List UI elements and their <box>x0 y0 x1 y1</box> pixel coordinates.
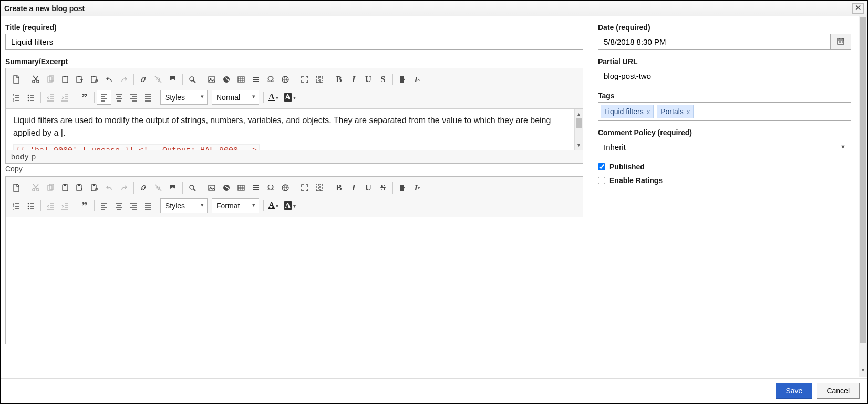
underline-icon[interactable]: U <box>361 180 376 195</box>
source-icon[interactable] <box>9 72 24 87</box>
tags-input[interactable]: Liquid filtersx Portalsx <box>598 102 851 121</box>
summary-elements-path[interactable]: body p <box>6 150 583 163</box>
outdent-icon[interactable] <box>43 198 58 213</box>
format-select[interactable]: Normal <box>212 90 259 105</box>
table-icon[interactable] <box>234 72 249 87</box>
bold-icon[interactable]: B <box>332 72 346 87</box>
partial-url-input[interactable] <box>598 68 851 84</box>
paste-text-icon[interactable]: T <box>73 72 87 87</box>
bold-icon[interactable]: B <box>332 180 346 195</box>
align-right-icon[interactable] <box>126 90 141 105</box>
image-icon[interactable] <box>204 72 219 87</box>
tag-remove-icon[interactable]: x <box>687 108 690 116</box>
date-input[interactable] <box>598 34 830 50</box>
svg-rect-36 <box>93 184 95 186</box>
styles-select[interactable]: Styles <box>160 90 208 105</box>
paste-icon[interactable] <box>58 72 73 87</box>
redo-icon[interactable] <box>117 180 131 195</box>
link-icon[interactable] <box>136 72 151 87</box>
showblocks-icon[interactable] <box>312 72 327 87</box>
modal-scrollbar[interactable]: ▾ <box>859 16 867 377</box>
source-icon[interactable] <box>9 180 24 195</box>
summary-editor-body[interactable]: Liquid filters are used to modify the ou… <box>6 109 583 150</box>
table-icon[interactable] <box>234 180 249 195</box>
date-picker-button[interactable] <box>830 34 851 50</box>
italic-icon[interactable]: I <box>346 180 361 195</box>
redo-icon[interactable] <box>117 72 131 87</box>
hr-icon[interactable] <box>249 72 263 87</box>
paste-text-icon[interactable]: T <box>73 180 87 195</box>
unlink-icon[interactable] <box>151 72 166 87</box>
maximize-icon[interactable] <box>297 180 312 195</box>
cut-icon[interactable] <box>28 180 43 195</box>
blockquote-icon[interactable]: ” <box>77 198 92 213</box>
image-icon[interactable] <box>204 180 219 195</box>
showblocks-icon[interactable] <box>312 180 327 195</box>
enable-ratings-checkbox[interactable] <box>598 177 605 184</box>
underline-icon[interactable]: U <box>361 72 376 87</box>
paste-icon[interactable] <box>58 180 73 195</box>
copy-icon[interactable] <box>43 180 58 195</box>
copy-icon[interactable] <box>43 72 58 87</box>
removeformat-icon[interactable]: Ix <box>410 180 425 195</box>
flash-icon[interactable] <box>219 72 234 87</box>
undo-icon[interactable] <box>102 180 117 195</box>
text-color-button[interactable]: A▾ <box>266 90 281 105</box>
strike-icon[interactable]: S <box>376 180 390 195</box>
ul-icon[interactable] <box>24 90 38 105</box>
summary-scrollbar[interactable]: ▴▾ <box>574 109 583 150</box>
link-icon[interactable] <box>136 180 151 195</box>
close-button[interactable]: ✕ <box>852 3 864 14</box>
copy-editor-body[interactable] <box>6 217 583 344</box>
scrollbar-thumb[interactable] <box>860 17 866 343</box>
specialchar-icon[interactable]: Ω <box>263 72 278 87</box>
indent-icon[interactable] <box>58 90 73 105</box>
bg-color-button[interactable]: A▾ <box>281 90 298 105</box>
italic-icon[interactable]: I <box>346 72 361 87</box>
ul-icon[interactable] <box>24 198 38 213</box>
scroll-down-icon[interactable]: ▾ <box>859 367 867 377</box>
find-icon[interactable] <box>185 180 200 195</box>
svg-rect-31 <box>64 184 66 186</box>
anchor-icon[interactable] <box>166 72 180 87</box>
align-justify-icon[interactable] <box>141 198 156 213</box>
blockquote-icon[interactable]: ” <box>77 90 92 105</box>
cancel-button[interactable]: Cancel <box>817 383 860 399</box>
ol-icon[interactable]: 123 <box>9 198 24 213</box>
outdent-icon[interactable] <box>43 90 58 105</box>
align-right-icon[interactable] <box>126 198 141 213</box>
align-center-icon[interactable] <box>111 90 126 105</box>
indent-icon[interactable] <box>58 198 73 213</box>
align-left-icon[interactable] <box>97 90 111 105</box>
align-left-icon[interactable] <box>97 198 111 213</box>
strike-icon[interactable]: S <box>376 72 390 87</box>
comment-policy-select[interactable]: Inherit <box>598 139 851 155</box>
paste-word-icon[interactable]: W <box>87 72 102 87</box>
ol-icon[interactable]: 123 <box>9 90 24 105</box>
save-button[interactable]: Save <box>776 383 812 399</box>
published-checkbox[interactable] <box>598 163 605 170</box>
align-justify-icon[interactable] <box>141 90 156 105</box>
undo-icon[interactable] <box>102 72 117 87</box>
bg-color-button[interactable]: A▾ <box>281 198 298 213</box>
removeformat-icon[interactable]: Ix <box>410 72 425 87</box>
title-input[interactable] <box>5 34 583 50</box>
paste-word-icon[interactable]: W <box>87 180 102 195</box>
hr-icon[interactable] <box>249 180 263 195</box>
iframe-icon[interactable] <box>278 72 293 87</box>
specialchar-icon[interactable]: Ω <box>263 180 278 195</box>
anchor-icon[interactable] <box>166 180 180 195</box>
unlink-icon[interactable] <box>151 180 166 195</box>
align-center-icon[interactable] <box>111 198 126 213</box>
styles-select[interactable]: Styles <box>160 198 208 213</box>
flash-icon[interactable] <box>219 180 234 195</box>
format-select[interactable]: Format <box>212 198 259 213</box>
copyformat-icon[interactable] <box>395 72 410 87</box>
cut-icon[interactable] <box>28 72 43 87</box>
copyformat-icon[interactable] <box>395 180 410 195</box>
find-icon[interactable] <box>185 72 200 87</box>
iframe-icon[interactable] <box>278 180 293 195</box>
tag-remove-icon[interactable]: x <box>647 108 650 116</box>
maximize-icon[interactable] <box>297 72 312 87</box>
text-color-button[interactable]: A▾ <box>266 198 281 213</box>
